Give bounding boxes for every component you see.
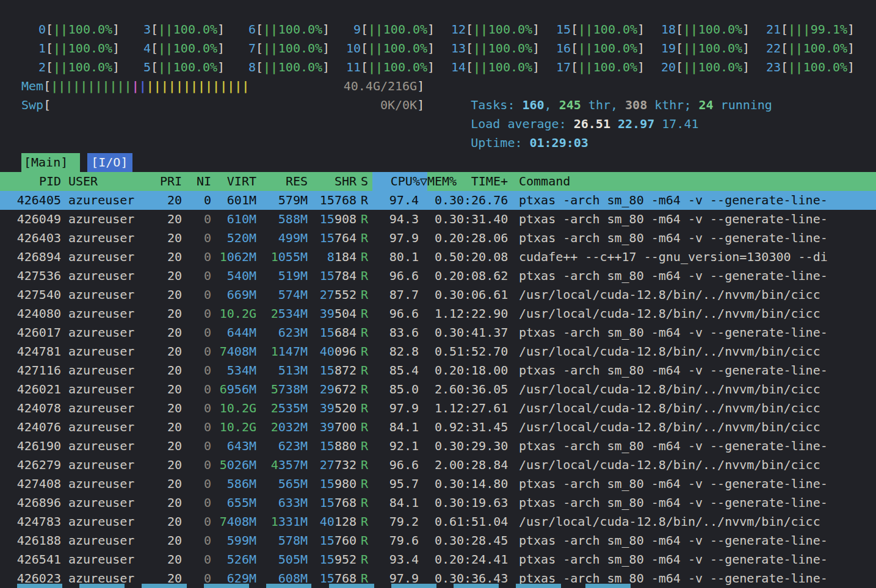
process-row[interactable]: 427116 azureuser 20 0 534M 513M 15872 R … <box>0 361 876 380</box>
running-count: 24 <box>698 98 713 112</box>
cell-command: ptxas -arch sm_80 -m64 -v --generate-lin… <box>508 475 876 493</box>
process-row[interactable]: 427540 azureuser 20 0 669M 574M 27552 R … <box>0 285 876 304</box>
process-row[interactable]: 424078 azureuser 20 0 10.2G 2535M 39520 … <box>0 399 876 418</box>
function-key-label: Tree <box>266 584 311 588</box>
cell-cpu-percent: 96.6 <box>372 456 419 475</box>
process-row[interactable]: 426541 azureuser 20 0 526M 505M 15952 R … <box>0 550 876 569</box>
header-state[interactable]: S <box>357 172 372 191</box>
header-mem[interactable]: MEM% <box>427 172 457 191</box>
cell-priority: 20 <box>142 550 182 569</box>
value-segment: 540M <box>227 268 256 283</box>
cell-res: 2534M <box>256 304 308 323</box>
process-row[interactable]: 426021 azureuser 20 0 6956M 5738M 29672 … <box>0 380 876 399</box>
cell-state: R <box>357 323 372 342</box>
process-row[interactable]: 426190 azureuser 20 0 643M 623M 15880 R … <box>0 437 876 456</box>
process-row[interactable]: 424080 azureuser 20 0 10.2G 2534M 39504 … <box>0 304 876 323</box>
cpu-meter: 17[||100.0%] <box>546 58 651 77</box>
cell-user: azureuser <box>61 323 142 342</box>
cell-priority: 20 <box>142 304 182 323</box>
cell-user: azureuser <box>61 531 142 550</box>
cpu-meter: 13[||100.0%] <box>441 39 546 58</box>
meter-open-bracket: [ <box>256 20 263 39</box>
value-segment: 768 <box>335 193 357 207</box>
value-segment: 764 <box>335 231 357 245</box>
cell-pid: 426403 <box>0 229 61 248</box>
process-row[interactable]: 426188 azureuser 20 0 599M 578M 15760 R … <box>0 531 876 550</box>
function-key-item[interactable]: F5Tree <box>249 584 311 588</box>
cell-nice: 0 <box>182 399 211 418</box>
process-row[interactable]: 426896 azureuser 20 0 655M 633M 15768 R … <box>0 493 876 512</box>
header-ni[interactable]: NI <box>182 172 211 191</box>
meter-close-bracket: ] <box>532 58 540 77</box>
header-time[interactable]: TIME+ <box>457 172 508 191</box>
header-cpu-sort[interactable]: CPU%▽ <box>372 172 427 191</box>
value-segment: 026M <box>227 457 256 472</box>
function-key-item[interactable]: F8Nice + <box>436 584 499 588</box>
process-row[interactable]: 424076 azureuser 20 0 10.2G 2032M 39700 … <box>0 418 876 437</box>
cell-mem-percent: 0.2 <box>427 267 457 285</box>
cell-shr: 40128 <box>308 512 357 531</box>
meter-open-bracket: [ <box>46 39 53 58</box>
process-row[interactable]: 426017 azureuser 20 0 644M 623M 15684 R … <box>0 323 876 342</box>
cell-command: ptxas -arch sm_80 -m64 -v --generate-lin… <box>508 210 876 229</box>
cell-time: 1:52.70 <box>457 342 508 361</box>
process-row[interactable]: 424781 azureuser 20 0 7408M 1147M 40096 … <box>0 342 876 361</box>
cpu-id: 15 <box>546 20 571 39</box>
cell-pid: 424076 <box>0 418 61 437</box>
tab-io[interactable]: [I/O] <box>87 153 132 172</box>
process-row[interactable]: 426049 azureuser 20 0 610M 588M 15908 R … <box>0 210 876 229</box>
function-key-item[interactable]: F4Filter <box>187 584 249 588</box>
function-key-item[interactable]: F2Setup <box>62 584 125 588</box>
cell-priority: 20 <box>142 248 182 267</box>
header-user[interactable]: USER <box>61 172 142 191</box>
cell-time: 0:26.76 <box>457 191 508 210</box>
cell-shr: 15952 <box>308 550 357 569</box>
function-key-item[interactable]: F9Kill <box>499 584 561 588</box>
cpu-id: 17 <box>546 58 571 77</box>
cell-pid: 426190 <box>0 437 61 456</box>
process-row[interactable]: 427408 azureuser 20 0 586M 565M 15980 R … <box>0 475 876 493</box>
cpu-meter: 21[|||99.1%] <box>756 20 861 39</box>
process-row[interactable]: 424783 azureuser 20 0 7408M 1331M 40128 … <box>0 512 876 531</box>
cell-res: 1331M <box>256 512 308 531</box>
process-row[interactable]: 426405 azureuser 20 0 601M 579M 15768 R … <box>0 191 876 210</box>
header-virt[interactable]: VIRT <box>211 172 256 191</box>
cell-state: R <box>357 456 372 475</box>
process-row[interactable]: 426403 azureuser 20 0 520M 499M 15764 R … <box>0 229 876 248</box>
function-key-number: F9 <box>499 586 516 588</box>
cpu-usage-bars: || <box>263 39 278 58</box>
cell-sort-gap <box>419 323 427 342</box>
function-key-item[interactable]: F1Help <box>0 584 62 588</box>
cell-time: 0:18.00 <box>457 361 508 380</box>
cpu-id: 16 <box>546 39 571 58</box>
function-key-item[interactable]: F7Nice - <box>374 584 436 588</box>
value-segment: 578M <box>278 533 308 548</box>
process-row[interactable]: 426894 azureuser 20 0 1062M 1055M 8184 R… <box>0 248 876 267</box>
cpu-meter-grid: 0[||100.0%] 1[||100.0%] 2[||100.0%] 3[||… <box>21 20 861 77</box>
cell-priority: 20 <box>142 191 182 210</box>
header-pri[interactable]: PRI <box>142 172 182 191</box>
cell-command: ptxas -arch sm_80 -m64 -v --generate-lin… <box>508 550 876 569</box>
function-key-item[interactable]: F10Quit <box>561 584 631 588</box>
header-pid[interactable]: PID <box>0 172 61 191</box>
function-key-item[interactable]: F3Search <box>125 584 187 588</box>
meter-open-bracket: [ <box>571 58 578 77</box>
process-row[interactable]: 426279 azureuser 20 0 5026M 4357M 27732 … <box>0 456 876 475</box>
value-segment: 184 <box>335 249 357 264</box>
header-res[interactable]: RES <box>256 172 308 191</box>
function-key-label: Nice + <box>454 584 499 588</box>
process-row[interactable]: 427536 azureuser 20 0 540M 519M 15784 R … <box>0 267 876 285</box>
value-segment: 15 <box>320 193 335 207</box>
cell-user: azureuser <box>61 285 142 304</box>
cpu-usage-percent: 100.0% <box>803 58 847 77</box>
cpu-meter: 0[||100.0%] <box>21 20 126 39</box>
cpu-usage-bars: || <box>473 39 488 58</box>
header-command[interactable]: Command <box>508 172 876 191</box>
tab-main[interactable]: [Main] <box>21 153 80 172</box>
function-key-item[interactable]: F6SortBy <box>311 584 374 588</box>
cell-shr: 39504 <box>308 304 357 323</box>
cell-shr: 15880 <box>308 437 357 456</box>
cell-priority: 20 <box>142 456 182 475</box>
cell-mem-percent: 0.3 <box>427 285 457 304</box>
header-shr[interactable]: SHR <box>308 172 357 191</box>
